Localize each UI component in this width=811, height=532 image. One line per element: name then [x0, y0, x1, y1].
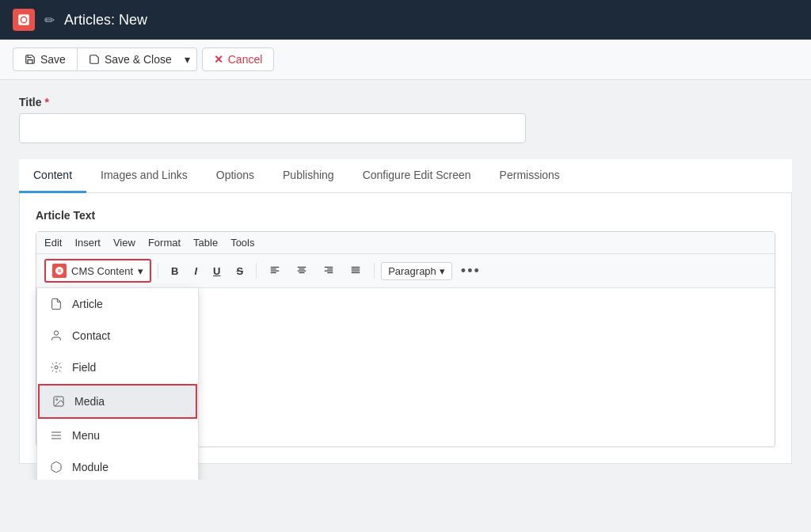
tab-images-links[interactable]: Images and Links: [86, 159, 202, 193]
save-close-button[interactable]: Save & Close: [78, 48, 184, 71]
article-icon: [48, 296, 64, 312]
tab-content[interactable]: Content: [19, 159, 86, 193]
strikethrough-button[interactable]: S: [230, 262, 249, 280]
separator-1: [158, 263, 158, 279]
menu-tools[interactable]: Tools: [230, 237, 254, 249]
align-justify-button[interactable]: [344, 261, 367, 281]
more-options-button[interactable]: •••: [455, 260, 486, 282]
align-left-button[interactable]: [263, 261, 287, 281]
svg-rect-3: [271, 272, 276, 272]
app-header: ✏ Articles: New: [0, 0, 811, 40]
cms-item-media[interactable]: Media: [38, 384, 197, 419]
separator-2: [256, 263, 257, 279]
main-toolbar: Save Save & Close ▾ ✕ Cancel: [0, 40, 811, 80]
bold-button[interactable]: B: [165, 262, 185, 280]
menu-edit[interactable]: Edit: [44, 237, 62, 249]
save-close-icon: [89, 54, 100, 65]
save-dropdown-button[interactable]: ▾: [178, 48, 197, 71]
page-title: Articles: New: [64, 12, 147, 28]
svg-rect-13: [352, 268, 360, 269]
paragraph-select[interactable]: Paragraph ▾: [381, 262, 452, 280]
svg-rect-10: [325, 270, 333, 271]
cms-item-menu[interactable]: Menu: [37, 420, 198, 451]
align-center-icon: [296, 264, 307, 276]
svg-rect-2: [271, 270, 280, 271]
edit-icon: ✏: [44, 13, 55, 28]
cms-logo-icon: [52, 264, 67, 278]
svg-point-17: [55, 366, 58, 369]
tab-bar: Content Images and Links Options Publish…: [19, 159, 792, 193]
menu-table[interactable]: Table: [193, 237, 218, 249]
title-label: Title *: [19, 96, 792, 108]
svg-rect-0: [271, 266, 280, 267]
cms-item-article[interactable]: Article: [37, 288, 198, 320]
cms-item-contact[interactable]: Contact: [37, 320, 198, 352]
menu-view[interactable]: View: [113, 237, 135, 249]
cancel-icon: ✕: [214, 53, 223, 66]
svg-rect-15: [352, 272, 360, 272]
cms-dropdown-menu: Article Contact Field: [36, 287, 199, 480]
align-right-icon: [323, 264, 334, 276]
article-text-label: Article Text: [36, 209, 775, 222]
title-field-group: Title *: [19, 96, 792, 143]
svg-rect-12: [352, 266, 360, 267]
tab-configure-edit[interactable]: Configure Edit Screen: [348, 159, 485, 193]
title-input[interactable]: [19, 113, 526, 143]
joomla-logo: [13, 9, 35, 31]
cms-dropdown-chevron: ▾: [138, 265, 143, 277]
align-center-button[interactable]: [290, 261, 314, 281]
main-content: Title * Content Images and Links Options…: [0, 80, 811, 480]
save-button[interactable]: Save: [13, 48, 78, 71]
tab-options[interactable]: Options: [202, 159, 268, 193]
cancel-button[interactable]: ✕ Cancel: [202, 48, 275, 71]
cms-item-field[interactable]: Field: [37, 352, 198, 383]
svg-rect-14: [352, 270, 360, 271]
align-left-icon: [269, 264, 280, 276]
menu-insert[interactable]: Insert: [74, 237, 101, 249]
menu-icon: [48, 428, 64, 443]
editor-section: Article Text Edit Insert View Format Tab…: [19, 193, 792, 464]
save-icon: [25, 54, 36, 65]
cms-item-module[interactable]: Module: [37, 451, 198, 480]
svg-rect-8: [325, 266, 333, 267]
cms-content-button[interactable]: CMS Content ▾: [44, 259, 151, 283]
italic-button[interactable]: I: [188, 262, 204, 280]
svg-rect-6: [298, 270, 307, 271]
save-group: Save Save & Close ▾: [13, 48, 197, 71]
svg-rect-9: [327, 268, 333, 269]
media-icon: [51, 393, 67, 409]
svg-rect-4: [298, 266, 307, 267]
separator-3: [374, 263, 375, 279]
tab-publishing[interactable]: Publishing: [268, 159, 348, 193]
align-justify-icon: [350, 264, 361, 276]
editor-menubar: Edit Insert View Format Table Tools: [36, 232, 775, 254]
contact-icon: [48, 328, 64, 344]
svg-rect-5: [299, 268, 305, 269]
underline-button[interactable]: U: [207, 262, 227, 280]
editor-container: Edit Insert View Format Table Tools CMS …: [36, 231, 775, 447]
svg-rect-7: [299, 272, 305, 272]
tab-permissions[interactable]: Permissions: [485, 159, 574, 193]
menu-format[interactable]: Format: [148, 237, 181, 249]
field-icon: [48, 359, 64, 375]
svg-rect-11: [327, 272, 333, 272]
svg-point-19: [56, 399, 58, 401]
module-icon: [48, 459, 64, 475]
editor-toolbar: CMS Content ▾ B I U S: [36, 254, 775, 288]
align-right-button[interactable]: [317, 261, 341, 281]
svg-point-16: [54, 331, 58, 335]
paragraph-chevron: ▾: [440, 265, 445, 277]
svg-rect-1: [271, 268, 276, 269]
